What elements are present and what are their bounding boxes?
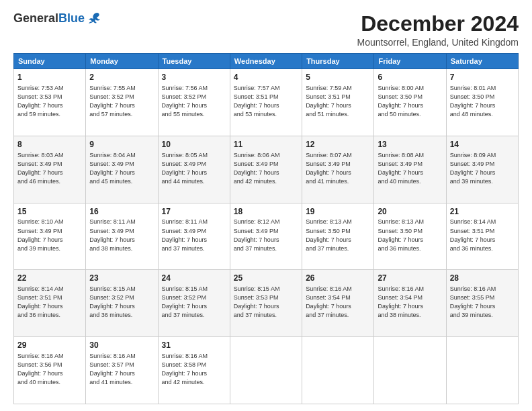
- day-info: Sunrise: 8:10 AMSunset: 3:49 PMDaylight:…: [17, 218, 82, 253]
- day-number: 5: [306, 72, 370, 83]
- day-header-tuesday: Tuesday: [158, 54, 230, 69]
- day-header-thursday: Thursday: [302, 54, 374, 69]
- header-row: SundayMondayTuesdayWednesdayThursdayFrid…: [14, 54, 519, 69]
- day-header-friday: Friday: [374, 54, 446, 69]
- calendar-cell: 19Sunrise: 8:13 AMSunset: 3:50 PMDayligh…: [302, 203, 374, 270]
- day-info: Sunrise: 8:13 AMSunset: 3:50 PMDaylight:…: [306, 218, 370, 253]
- day-number: 13: [378, 139, 442, 150]
- week-row-1: 1Sunrise: 7:53 AMSunset: 3:53 PMDaylight…: [14, 69, 519, 136]
- calendar-cell: [374, 337, 446, 404]
- calendar-cell: 21Sunrise: 8:14 AMSunset: 3:51 PMDayligh…: [446, 203, 518, 270]
- calendar-cell: 10Sunrise: 8:05 AMSunset: 3:49 PMDayligh…: [158, 136, 230, 203]
- day-number: 1: [17, 72, 82, 83]
- calendar-cell: 2Sunrise: 7:55 AMSunset: 3:52 PMDaylight…: [86, 69, 158, 136]
- calendar-cell: 4Sunrise: 7:57 AMSunset: 3:51 PMDaylight…: [230, 69, 302, 136]
- day-header-monday: Monday: [86, 54, 158, 69]
- calendar-cell: 26Sunrise: 8:16 AMSunset: 3:54 PMDayligh…: [302, 270, 374, 337]
- week-row-5: 29Sunrise: 8:16 AMSunset: 3:56 PMDayligh…: [14, 337, 519, 404]
- day-info: Sunrise: 8:15 AMSunset: 3:52 PMDaylight:…: [89, 285, 154, 320]
- header: GeneralBlue December 2024 Mountsorrel, E…: [13, 12, 519, 48]
- day-info: Sunrise: 8:14 AMSunset: 3:51 PMDaylight:…: [17, 285, 82, 320]
- day-number: 9: [89, 139, 154, 150]
- calendar-cell: 9Sunrise: 8:04 AMSunset: 3:49 PMDaylight…: [86, 136, 158, 203]
- calendar-cell: 25Sunrise: 8:15 AMSunset: 3:53 PMDayligh…: [230, 270, 302, 337]
- day-number: 10: [162, 139, 226, 150]
- day-info: Sunrise: 8:04 AMSunset: 3:49 PMDaylight:…: [89, 151, 154, 186]
- day-info: Sunrise: 8:07 AMSunset: 3:49 PMDaylight:…: [306, 151, 370, 186]
- calendar-cell: 18Sunrise: 8:12 AMSunset: 3:49 PMDayligh…: [230, 203, 302, 270]
- day-info: Sunrise: 7:56 AMSunset: 3:52 PMDaylight:…: [162, 84, 226, 119]
- calendar-cell: 20Sunrise: 8:13 AMSunset: 3:50 PMDayligh…: [374, 203, 446, 270]
- day-number: 15: [17, 206, 82, 218]
- calendar-cell: 29Sunrise: 8:16 AMSunset: 3:56 PMDayligh…: [14, 337, 86, 404]
- day-number: 23: [89, 273, 154, 284]
- day-info: Sunrise: 8:13 AMSunset: 3:50 PMDaylight:…: [378, 218, 442, 253]
- day-info: Sunrise: 7:57 AMSunset: 3:51 PMDaylight:…: [234, 84, 298, 119]
- day-number: 17: [162, 206, 226, 218]
- day-number: 2: [89, 72, 154, 83]
- day-info: Sunrise: 8:16 AMSunset: 3:58 PMDaylight:…: [162, 352, 226, 387]
- day-number: 30: [89, 340, 154, 351]
- day-number: 26: [306, 273, 370, 284]
- day-info: Sunrise: 7:59 AMSunset: 3:51 PMDaylight:…: [306, 84, 370, 119]
- day-number: 31: [162, 340, 226, 351]
- day-info: Sunrise: 8:06 AMSunset: 3:49 PMDaylight:…: [234, 151, 298, 186]
- day-info: Sunrise: 8:01 AMSunset: 3:50 PMDaylight:…: [450, 84, 515, 119]
- calendar-cell: 13Sunrise: 8:08 AMSunset: 3:49 PMDayligh…: [374, 136, 446, 203]
- logo-blue: Blue: [58, 11, 85, 25]
- day-number: 19: [306, 206, 370, 218]
- calendar-cell: 5Sunrise: 7:59 AMSunset: 3:51 PMDaylight…: [302, 69, 374, 136]
- calendar-cell: 22Sunrise: 8:14 AMSunset: 3:51 PMDayligh…: [14, 270, 86, 337]
- day-info: Sunrise: 8:16 AMSunset: 3:55 PMDaylight:…: [450, 285, 515, 320]
- day-number: 24: [162, 273, 226, 284]
- day-header-sunday: Sunday: [14, 54, 86, 69]
- day-number: 27: [378, 273, 442, 284]
- calendar-cell: 27Sunrise: 8:16 AMSunset: 3:54 PMDayligh…: [374, 270, 446, 337]
- logo: GeneralBlue: [13, 12, 101, 26]
- day-number: 22: [17, 273, 82, 284]
- calendar-cell: 1Sunrise: 7:53 AMSunset: 3:53 PMDaylight…: [14, 69, 86, 136]
- week-row-3: 15Sunrise: 8:10 AMSunset: 3:49 PMDayligh…: [14, 203, 519, 270]
- day-info: Sunrise: 8:00 AMSunset: 3:50 PMDaylight:…: [378, 84, 442, 119]
- subtitle: Mountsorrel, England, United Kingdom: [357, 37, 519, 48]
- day-number: 4: [234, 72, 298, 83]
- day-number: 3: [162, 72, 226, 83]
- bird-icon: [87, 12, 101, 26]
- day-number: 11: [234, 139, 298, 150]
- day-info: Sunrise: 8:08 AMSunset: 3:49 PMDaylight:…: [378, 151, 442, 186]
- week-row-2: 8Sunrise: 8:03 AMSunset: 3:49 PMDaylight…: [14, 136, 519, 203]
- day-info: Sunrise: 7:53 AMSunset: 3:53 PMDaylight:…: [17, 84, 82, 119]
- day-info: Sunrise: 8:14 AMSunset: 3:51 PMDaylight:…: [450, 218, 515, 253]
- day-number: 14: [450, 139, 515, 150]
- week-row-4: 22Sunrise: 8:14 AMSunset: 3:51 PMDayligh…: [14, 270, 519, 337]
- day-info: Sunrise: 8:16 AMSunset: 3:54 PMDaylight:…: [378, 285, 442, 320]
- main-title: December 2024: [357, 12, 519, 36]
- day-number: 16: [89, 206, 154, 218]
- calendar-cell: 12Sunrise: 8:07 AMSunset: 3:49 PMDayligh…: [302, 136, 374, 203]
- day-info: Sunrise: 8:09 AMSunset: 3:49 PMDaylight:…: [450, 151, 515, 186]
- day-number: 6: [378, 72, 442, 83]
- calendar-cell: 7Sunrise: 8:01 AMSunset: 3:50 PMDaylight…: [446, 69, 518, 136]
- day-info: Sunrise: 8:11 AMSunset: 3:49 PMDaylight:…: [89, 218, 154, 253]
- calendar-cell: 6Sunrise: 8:00 AMSunset: 3:50 PMDaylight…: [374, 69, 446, 136]
- calendar-cell: 3Sunrise: 7:56 AMSunset: 3:52 PMDaylight…: [158, 69, 230, 136]
- title-block: December 2024 Mountsorrel, England, Unit…: [357, 12, 519, 48]
- day-info: Sunrise: 8:15 AMSunset: 3:53 PMDaylight:…: [234, 285, 298, 320]
- day-number: 21: [450, 206, 515, 218]
- calendar-cell: [302, 337, 374, 404]
- calendar-cell: 16Sunrise: 8:11 AMSunset: 3:49 PMDayligh…: [86, 203, 158, 270]
- day-number: 28: [450, 273, 515, 284]
- calendar-cell: 31Sunrise: 8:16 AMSunset: 3:58 PMDayligh…: [158, 337, 230, 404]
- calendar-header: SundayMondayTuesdayWednesdayThursdayFrid…: [14, 54, 519, 69]
- day-header-wednesday: Wednesday: [230, 54, 302, 69]
- day-header-saturday: Saturday: [446, 54, 518, 69]
- calendar-cell: 17Sunrise: 8:11 AMSunset: 3:49 PMDayligh…: [158, 203, 230, 270]
- day-number: 29: [17, 340, 82, 351]
- day-number: 20: [378, 206, 442, 218]
- calendar-cell: 15Sunrise: 8:10 AMSunset: 3:49 PMDayligh…: [14, 203, 86, 270]
- day-info: Sunrise: 8:05 AMSunset: 3:49 PMDaylight:…: [162, 151, 226, 186]
- day-number: 7: [450, 72, 515, 83]
- logo-general: General: [13, 11, 58, 25]
- calendar-cell: 11Sunrise: 8:06 AMSunset: 3:49 PMDayligh…: [230, 136, 302, 203]
- day-info: Sunrise: 8:11 AMSunset: 3:49 PMDaylight:…: [162, 218, 226, 253]
